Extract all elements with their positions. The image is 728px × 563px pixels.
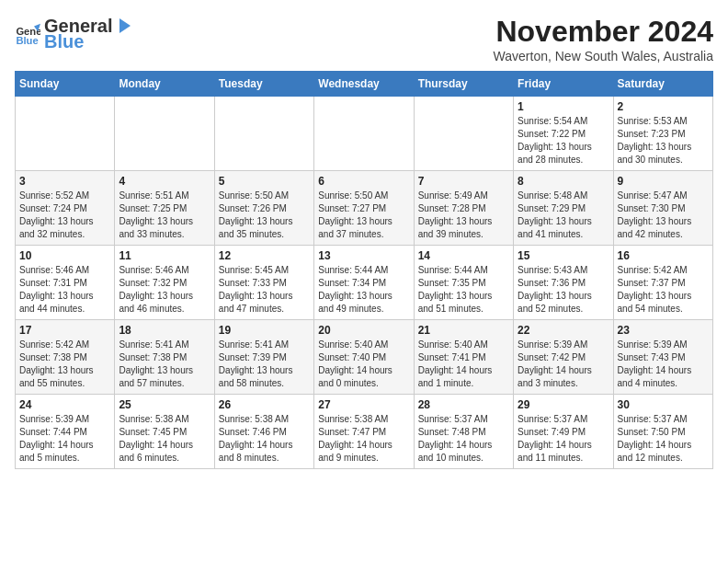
day-of-week-header: Saturday xyxy=(613,72,712,97)
day-info: Sunrise: 5:46 AM Sunset: 7:32 PM Dayligh… xyxy=(119,264,210,316)
calendar-cell xyxy=(115,97,214,171)
day-number: 8 xyxy=(518,175,609,188)
calendar-cell: 5Sunrise: 5:50 AM Sunset: 7:26 PM Daylig… xyxy=(214,171,313,246)
calendar-cell: 21Sunrise: 5:40 AM Sunset: 7:41 PM Dayli… xyxy=(414,320,513,395)
day-number: 16 xyxy=(618,249,709,262)
calendar-table: SundayMondayTuesdayWednesdayThursdayFrid… xyxy=(15,71,713,469)
day-info: Sunrise: 5:50 AM Sunset: 7:26 PM Dayligh… xyxy=(219,190,310,241)
day-info: Sunrise: 5:39 AM Sunset: 7:42 PM Dayligh… xyxy=(518,339,609,390)
calendar-cell: 11Sunrise: 5:46 AM Sunset: 7:32 PM Dayli… xyxy=(115,246,214,320)
calendar-cell xyxy=(16,97,115,171)
calendar-cell: 6Sunrise: 5:50 AM Sunset: 7:27 PM Daylig… xyxy=(314,171,414,246)
day-number: 29 xyxy=(518,398,609,411)
calendar-cell: 12Sunrise: 5:45 AM Sunset: 7:33 PM Dayli… xyxy=(214,246,313,320)
day-number: 18 xyxy=(119,324,210,337)
calendar-week-row: 1Sunrise: 5:54 AM Sunset: 7:22 PM Daylig… xyxy=(16,97,713,171)
calendar-cell: 3Sunrise: 5:52 AM Sunset: 7:24 PM Daylig… xyxy=(16,171,115,246)
calendar-cell: 20Sunrise: 5:40 AM Sunset: 7:40 PM Dayli… xyxy=(314,320,414,395)
day-number: 28 xyxy=(418,398,509,411)
day-number: 25 xyxy=(119,398,210,411)
day-number: 6 xyxy=(318,175,409,188)
calendar-cell: 16Sunrise: 5:42 AM Sunset: 7:37 PM Dayli… xyxy=(613,246,712,320)
day-of-week-header: Monday xyxy=(115,72,214,97)
day-number: 23 xyxy=(618,324,709,337)
calendar-header-row: SundayMondayTuesdayWednesdayThursdayFrid… xyxy=(16,72,713,97)
day-info: Sunrise: 5:44 AM Sunset: 7:35 PM Dayligh… xyxy=(418,264,509,316)
svg-marker-3 xyxy=(119,18,131,33)
day-number: 30 xyxy=(618,398,709,411)
day-info: Sunrise: 5:40 AM Sunset: 7:41 PM Dayligh… xyxy=(418,339,509,390)
calendar-cell: 8Sunrise: 5:48 AM Sunset: 7:29 PM Daylig… xyxy=(514,171,613,246)
calendar-cell: 15Sunrise: 5:43 AM Sunset: 7:36 PM Dayli… xyxy=(514,246,613,320)
day-number: 27 xyxy=(318,398,409,411)
day-number: 10 xyxy=(19,249,110,262)
day-info: Sunrise: 5:37 AM Sunset: 7:49 PM Dayligh… xyxy=(518,413,609,465)
day-number: 21 xyxy=(418,324,509,337)
calendar-cell: 4Sunrise: 5:51 AM Sunset: 7:25 PM Daylig… xyxy=(115,171,214,246)
day-info: Sunrise: 5:37 AM Sunset: 7:48 PM Dayligh… xyxy=(418,413,509,465)
day-number: 24 xyxy=(19,398,110,411)
calendar-cell: 22Sunrise: 5:39 AM Sunset: 7:42 PM Dayli… xyxy=(514,320,613,395)
calendar-cell: 25Sunrise: 5:38 AM Sunset: 7:45 PM Dayli… xyxy=(115,395,214,469)
day-of-week-header: Friday xyxy=(514,72,613,97)
day-info: Sunrise: 5:40 AM Sunset: 7:40 PM Dayligh… xyxy=(318,339,409,390)
calendar-cell: 14Sunrise: 5:44 AM Sunset: 7:35 PM Dayli… xyxy=(414,246,513,320)
calendar-cell: 1Sunrise: 5:54 AM Sunset: 7:22 PM Daylig… xyxy=(514,97,613,171)
day-info: Sunrise: 5:48 AM Sunset: 7:29 PM Dayligh… xyxy=(518,190,609,241)
day-info: Sunrise: 5:39 AM Sunset: 7:43 PM Dayligh… xyxy=(618,339,709,390)
day-info: Sunrise: 5:44 AM Sunset: 7:34 PM Dayligh… xyxy=(318,264,409,316)
logo: General Blue General Blue xyxy=(15,15,134,52)
day-info: Sunrise: 5:39 AM Sunset: 7:44 PM Dayligh… xyxy=(19,413,110,465)
page-header: General Blue General Blue November 2024 … xyxy=(15,15,713,63)
title-block: November 2024 Waverton, New South Wales,… xyxy=(494,15,713,63)
calendar-cell: 2Sunrise: 5:53 AM Sunset: 7:23 PM Daylig… xyxy=(613,97,712,171)
calendar-week-row: 24Sunrise: 5:39 AM Sunset: 7:44 PM Dayli… xyxy=(16,395,713,469)
day-info: Sunrise: 5:49 AM Sunset: 7:28 PM Dayligh… xyxy=(418,190,509,241)
calendar-cell: 30Sunrise: 5:37 AM Sunset: 7:50 PM Dayli… xyxy=(613,395,712,469)
day-number: 20 xyxy=(318,324,409,337)
day-info: Sunrise: 5:51 AM Sunset: 7:25 PM Dayligh… xyxy=(119,190,210,241)
calendar-week-row: 10Sunrise: 5:46 AM Sunset: 7:31 PM Dayli… xyxy=(16,246,713,320)
calendar-cell: 9Sunrise: 5:47 AM Sunset: 7:30 PM Daylig… xyxy=(613,171,712,246)
logo-icon: General Blue xyxy=(15,21,40,47)
day-info: Sunrise: 5:37 AM Sunset: 7:50 PM Dayligh… xyxy=(618,413,709,465)
calendar-cell: 28Sunrise: 5:37 AM Sunset: 7:48 PM Dayli… xyxy=(414,395,513,469)
calendar-cell: 29Sunrise: 5:37 AM Sunset: 7:49 PM Dayli… xyxy=(514,395,613,469)
day-number: 14 xyxy=(418,249,509,262)
calendar-cell: 18Sunrise: 5:41 AM Sunset: 7:38 PM Dayli… xyxy=(115,320,214,395)
calendar-cell xyxy=(314,97,414,171)
calendar-week-row: 3Sunrise: 5:52 AM Sunset: 7:24 PM Daylig… xyxy=(16,171,713,246)
day-info: Sunrise: 5:54 AM Sunset: 7:22 PM Dayligh… xyxy=(518,115,609,167)
calendar-week-row: 17Sunrise: 5:42 AM Sunset: 7:38 PM Dayli… xyxy=(16,320,713,395)
day-number: 22 xyxy=(518,324,609,337)
day-number: 3 xyxy=(19,175,110,188)
day-number: 1 xyxy=(518,100,609,113)
day-number: 19 xyxy=(219,324,310,337)
day-number: 2 xyxy=(618,100,709,113)
day-number: 26 xyxy=(219,398,310,411)
day-number: 11 xyxy=(119,249,210,262)
day-info: Sunrise: 5:41 AM Sunset: 7:38 PM Dayligh… xyxy=(119,339,210,390)
calendar-cell: 27Sunrise: 5:38 AM Sunset: 7:47 PM Dayli… xyxy=(314,395,414,469)
calendar-cell: 24Sunrise: 5:39 AM Sunset: 7:44 PM Dayli… xyxy=(16,395,115,469)
day-info: Sunrise: 5:47 AM Sunset: 7:30 PM Dayligh… xyxy=(618,190,709,241)
day-info: Sunrise: 5:41 AM Sunset: 7:39 PM Dayligh… xyxy=(219,339,310,390)
day-info: Sunrise: 5:43 AM Sunset: 7:36 PM Dayligh… xyxy=(518,264,609,316)
day-of-week-header: Sunday xyxy=(16,72,115,97)
day-info: Sunrise: 5:50 AM Sunset: 7:27 PM Dayligh… xyxy=(318,190,409,241)
day-info: Sunrise: 5:42 AM Sunset: 7:37 PM Dayligh… xyxy=(618,264,709,316)
logo-arrow-icon xyxy=(112,15,134,37)
day-info: Sunrise: 5:52 AM Sunset: 7:24 PM Dayligh… xyxy=(19,190,110,241)
calendar-cell: 23Sunrise: 5:39 AM Sunset: 7:43 PM Dayli… xyxy=(613,320,712,395)
calendar-cell xyxy=(414,97,513,171)
day-of-week-header: Wednesday xyxy=(314,72,414,97)
day-number: 15 xyxy=(518,249,609,262)
day-number: 7 xyxy=(418,175,509,188)
day-number: 5 xyxy=(219,175,310,188)
day-info: Sunrise: 5:38 AM Sunset: 7:47 PM Dayligh… xyxy=(318,413,409,465)
calendar-cell: 10Sunrise: 5:46 AM Sunset: 7:31 PM Dayli… xyxy=(16,246,115,320)
day-info: Sunrise: 5:45 AM Sunset: 7:33 PM Dayligh… xyxy=(219,264,310,316)
page-title: November 2024 xyxy=(494,15,713,49)
calendar-cell: 19Sunrise: 5:41 AM Sunset: 7:39 PM Dayli… xyxy=(214,320,313,395)
calendar-cell: 7Sunrise: 5:49 AM Sunset: 7:28 PM Daylig… xyxy=(414,171,513,246)
